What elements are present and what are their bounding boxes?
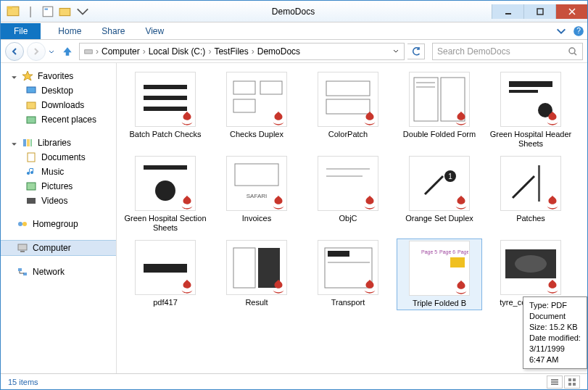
expand-icon <box>11 73 17 80</box>
file-item[interactable]: Double Folded Form <box>397 70 482 150</box>
qat-newfolder-icon[interactable] <box>59 5 72 18</box>
file-item[interactable]: Green Hospital Header Sheets <box>488 70 573 150</box>
file-item[interactable]: SAFARIInvoices <box>214 154 299 234</box>
svg-rect-40 <box>509 90 538 93</box>
breadcrumb-dropdown-icon[interactable] <box>391 49 401 54</box>
svg-rect-23 <box>18 244 27 250</box>
chevron-right-icon[interactable]: › <box>207 46 212 57</box>
chevron-right-icon[interactable]: › <box>94 46 100 57</box>
file-label: Invoices <box>215 214 298 223</box>
file-item[interactable]: Green Hospital Section Sheets <box>123 154 208 234</box>
videos-icon <box>25 195 37 207</box>
sidebar-favorites[interactable]: Favorites <box>1 69 116 83</box>
svg-text:?: ? <box>576 27 581 35</box>
file-item[interactable]: Checks Duplex <box>214 70 299 150</box>
qat-dropdown-icon[interactable] <box>76 5 89 18</box>
file-thumbnail <box>135 156 196 211</box>
maximize-button[interactable] <box>523 4 555 19</box>
pdf-icon <box>362 110 378 126</box>
sidebar-homegroup[interactable]: Homegroup <box>1 217 116 231</box>
svg-rect-12 <box>27 87 36 93</box>
file-item[interactable]: ObjC <box>305 154 391 234</box>
file-thumbnail <box>135 72 196 127</box>
file-thumbnail <box>135 240 196 295</box>
svg-rect-55 <box>328 251 349 257</box>
pdf-icon <box>179 110 195 126</box>
svg-rect-3 <box>45 8 49 9</box>
file-item[interactable]: 1Orange Set Duplex <box>397 154 482 234</box>
chevron-right-icon[interactable]: › <box>250 46 256 57</box>
file-item[interactable]: Result <box>214 238 299 310</box>
forward-button[interactable] <box>27 42 46 61</box>
pdf-icon <box>544 278 560 294</box>
sidebar-libraries[interactable]: Libraries <box>1 136 116 150</box>
expand-icon <box>11 140 17 146</box>
view-details-button[interactable] <box>547 376 563 389</box>
file-label: Triple Folded B <box>399 299 480 308</box>
svg-rect-32 <box>233 99 255 112</box>
tooltip-size: Size: 15.2 KB <box>529 322 581 333</box>
bc-drive[interactable]: Local Disk (C:) <box>147 46 207 57</box>
file-item[interactable]: ColorPatch <box>305 70 391 150</box>
sidebar-item-label: Documents <box>41 152 86 162</box>
up-button[interactable] <box>59 43 76 60</box>
file-thumbnail: SAFARI <box>226 156 287 211</box>
sidebar-item-label: Videos <box>41 196 67 206</box>
tab-share[interactable]: Share <box>91 23 135 39</box>
file-label: ObjC <box>307 214 389 223</box>
sidebar-item-downloads[interactable]: Downloads <box>1 98 116 112</box>
minimize-button[interactable] <box>492 4 523 19</box>
svg-rect-13 <box>27 102 36 109</box>
svg-rect-24 <box>20 251 25 252</box>
breadcrumb[interactable]: › Computer › Local Disk (C:) › TestFiles… <box>79 43 405 60</box>
sidebar-computer[interactable]: Computer <box>1 240 116 256</box>
chevron-right-icon[interactable]: › <box>141 46 147 57</box>
help-icon[interactable]: ? <box>573 25 584 37</box>
close-button[interactable] <box>555 4 587 19</box>
bc-folder1[interactable]: TestFiles <box>212 46 249 57</box>
svg-rect-17 <box>30 139 32 146</box>
file-item[interactable]: Patches <box>488 154 573 234</box>
downloads-icon <box>25 99 37 111</box>
svg-rect-4 <box>59 8 70 15</box>
file-label: Batch Patch Checks <box>124 130 207 139</box>
sidebar-item-label: Network <box>33 267 65 277</box>
sidebar-item-music[interactable]: Music <box>1 165 116 179</box>
svg-rect-67 <box>573 378 576 381</box>
bc-folder2[interactable]: DemoDocs <box>256 46 302 57</box>
sidebar-item-recent[interactable]: Recent places <box>1 112 116 127</box>
svg-rect-33 <box>326 81 370 96</box>
sidebar-item-label: Recent places <box>41 115 96 125</box>
refresh-button[interactable] <box>407 43 425 59</box>
tab-view[interactable]: View <box>135 23 174 39</box>
svg-point-22 <box>22 222 27 226</box>
titlebar: | DemoDocs <box>1 1 587 22</box>
file-item[interactable]: Batch Patch Checks <box>123 70 208 150</box>
tab-home[interactable]: Home <box>48 23 91 39</box>
qat-properties-icon[interactable] <box>41 5 54 18</box>
history-dropdown-icon[interactable] <box>49 45 56 58</box>
file-thumbnail <box>318 72 378 127</box>
file-label: Transport <box>307 298 389 307</box>
view-thumbnails-button[interactable] <box>564 376 580 389</box>
svg-rect-69 <box>573 383 576 386</box>
svg-rect-30 <box>233 81 255 94</box>
file-item[interactable]: Transport <box>305 238 391 310</box>
svg-rect-27 <box>144 85 187 89</box>
file-item[interactable]: pdf417 <box>123 238 208 310</box>
ribbon-expand-icon[interactable] <box>555 25 567 37</box>
svg-point-10 <box>569 48 575 54</box>
sidebar-item-label: Music <box>41 167 64 177</box>
sidebar-item-videos[interactable]: Videos <box>1 194 116 208</box>
bc-computer[interactable]: Computer <box>100 46 141 57</box>
pdf-icon <box>362 194 378 210</box>
sidebar-item-desktop[interactable]: Desktop <box>1 83 116 98</box>
file-tab[interactable]: File <box>1 23 41 39</box>
sidebar-item-documents[interactable]: Documents <box>1 150 116 165</box>
search-input[interactable]: Search DemoDocs <box>432 43 583 60</box>
file-item[interactable]: Page 5Page 6Page 1Triple Folded B <box>397 238 482 310</box>
sidebar-item-pictures[interactable]: Pictures <box>1 179 116 194</box>
ribbon: File Home Share View ? <box>1 22 587 40</box>
sidebar-network[interactable]: Network <box>1 265 116 279</box>
back-button[interactable] <box>5 42 24 61</box>
